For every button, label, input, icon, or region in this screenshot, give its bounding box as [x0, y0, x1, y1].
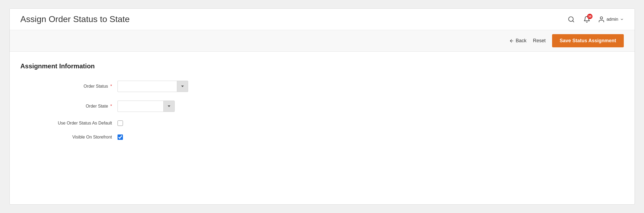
- visible-storefront-checkbox[interactable]: [118, 134, 123, 140]
- save-label: Save Status Assignment: [560, 38, 616, 43]
- content-area: Assignment Information Order Status *: [10, 52, 635, 204]
- order-status-required: *: [110, 84, 112, 88]
- visible-storefront-label: Visible On Storefront: [20, 135, 112, 140]
- order-state-input[interactable]: [118, 101, 163, 112]
- svg-point-2: [600, 17, 603, 19]
- svg-line-1: [573, 21, 574, 22]
- header: Assign Order Status to State 38: [10, 9, 635, 30]
- user-label: admin: [607, 17, 618, 22]
- back-arrow-icon: [509, 38, 514, 43]
- order-state-select-wrapper: [118, 101, 175, 112]
- order-status-label: Order Status *: [20, 84, 112, 89]
- visible-storefront-row: Visible On Storefront: [20, 134, 624, 140]
- user-menu-button[interactable]: admin: [598, 16, 624, 23]
- use-default-checkbox[interactable]: [118, 120, 123, 126]
- order-status-dropdown-arrow-icon: [181, 86, 184, 87]
- back-label: Back: [516, 38, 526, 44]
- search-icon: [568, 16, 575, 23]
- order-status-dropdown-button[interactable]: [177, 81, 188, 92]
- toolbar: Back Reset Save Status Assignment: [10, 30, 635, 52]
- header-actions: 38 admin: [567, 15, 624, 24]
- reset-label: Reset: [533, 38, 546, 43]
- order-state-required: *: [110, 104, 112, 108]
- order-state-dropdown-button[interactable]: [163, 101, 175, 112]
- order-status-input[interactable]: [118, 81, 177, 92]
- notification-badge: 38: [587, 14, 593, 19]
- order-status-select-wrapper: [118, 81, 188, 92]
- section-title: Assignment Information: [20, 62, 624, 70]
- chevron-down-icon: [620, 17, 624, 21]
- use-default-label: Use Order Status As Default: [20, 121, 112, 126]
- save-button[interactable]: Save Status Assignment: [552, 34, 624, 47]
- form-section: Order Status * Order State *: [20, 81, 624, 140]
- order-state-row: Order State *: [20, 101, 624, 112]
- user-icon: [598, 16, 605, 23]
- reset-button[interactable]: Reset: [533, 38, 546, 44]
- notification-button[interactable]: 38: [582, 15, 591, 24]
- order-status-row: Order Status *: [20, 81, 624, 92]
- order-state-label: Order State *: [20, 104, 112, 109]
- page-title: Assign Order Status to State: [20, 14, 130, 24]
- back-button[interactable]: Back: [509, 38, 526, 44]
- order-state-dropdown-arrow-icon: [168, 105, 170, 107]
- use-default-row: Use Order Status As Default: [20, 120, 624, 126]
- search-button[interactable]: [567, 15, 576, 24]
